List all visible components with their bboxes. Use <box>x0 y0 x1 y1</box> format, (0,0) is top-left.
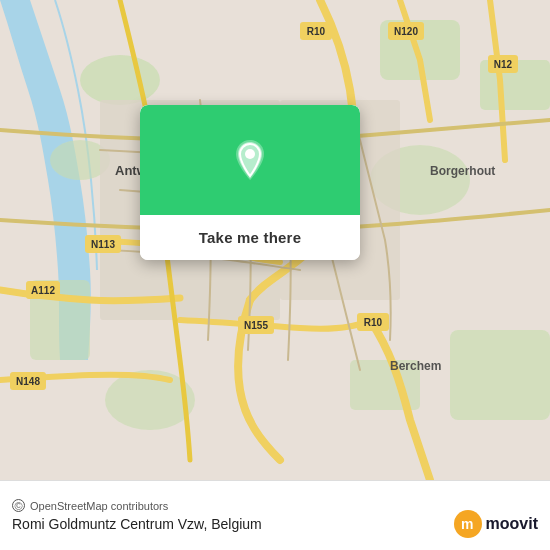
svg-text:R10: R10 <box>307 26 326 37</box>
svg-text:A112: A112 <box>31 285 55 296</box>
location-pin-icon <box>226 136 274 184</box>
moovit-icon: m <box>454 510 482 538</box>
attribution-text: OpenStreetMap contributors <box>30 500 168 512</box>
svg-text:Berchem: Berchem <box>390 359 441 373</box>
bottom-bar: © OpenStreetMap contributors Romi Goldmu… <box>0 480 550 550</box>
svg-rect-9 <box>450 330 550 420</box>
svg-text:Borgerhout: Borgerhout <box>430 164 495 178</box>
take-me-there-button[interactable]: Take me there <box>140 215 360 260</box>
copyright-icon: © <box>12 499 25 512</box>
location-card: Take me there <box>140 105 360 260</box>
card-green-header <box>140 105 360 215</box>
svg-text:N155: N155 <box>244 320 268 331</box>
svg-point-31 <box>245 149 255 159</box>
svg-text:N148: N148 <box>16 376 40 387</box>
svg-text:m: m <box>461 516 473 532</box>
moovit-text: moovit <box>486 515 538 533</box>
svg-text:N120: N120 <box>394 26 418 37</box>
moovit-logo: m moovit <box>454 510 538 538</box>
svg-point-1 <box>80 55 160 105</box>
svg-text:N12: N12 <box>494 59 513 70</box>
svg-text:R10: R10 <box>364 317 383 328</box>
svg-text:N113: N113 <box>91 239 115 250</box>
